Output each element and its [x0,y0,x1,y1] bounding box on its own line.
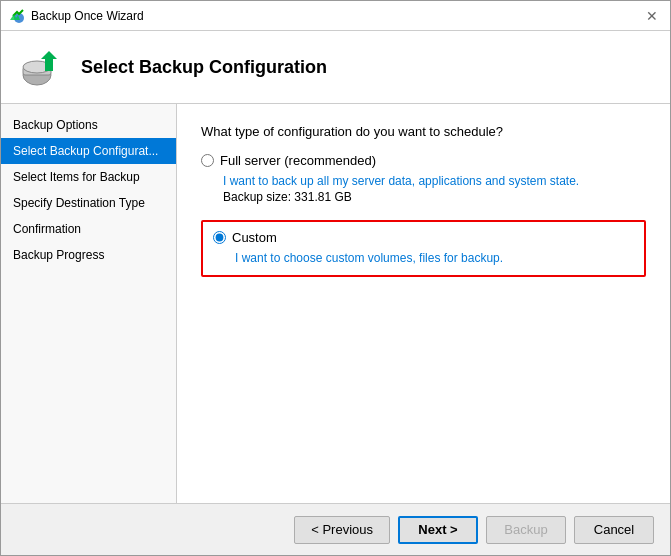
backup-button[interactable]: Backup [486,516,566,544]
window-title: Backup Once Wizard [31,9,144,23]
full-server-radio[interactable] [201,154,214,167]
sidebar-item-backup-options[interactable]: Backup Options [1,112,176,138]
sidebar: Backup Options Select Backup Configurat.… [1,104,177,503]
backup-icon [17,43,65,91]
custom-label: Custom [232,230,277,245]
full-server-size: Backup size: 331.81 GB [223,190,646,204]
previous-button[interactable]: < Previous [294,516,390,544]
next-button[interactable]: Next > [398,516,478,544]
main-question: What type of configuration do you want t… [201,124,646,139]
window: Backup Once Wizard ✕ Select Backup Confi… [0,0,671,556]
custom-radio-row[interactable]: Custom [213,230,634,245]
custom-radio[interactable] [213,231,226,244]
sidebar-item-select-backup-config[interactable]: Select Backup Configurat... [1,138,176,164]
full-server-label: Full server (recommended) [220,153,376,168]
custom-option-box: Custom I want to choose custom volumes, … [201,220,646,277]
header-title: Select Backup Configuration [81,57,327,78]
sidebar-item-backup-progress[interactable]: Backup Progress [1,242,176,268]
full-server-option: Full server (recommended) I want to back… [201,153,646,204]
header-icon [17,43,65,91]
custom-desc: I want to choose custom volumes, files f… [235,249,634,267]
full-server-desc: I want to back up all my server data, ap… [223,172,646,190]
title-bar-left: Backup Once Wizard [9,8,144,24]
close-button[interactable]: ✕ [642,6,662,26]
window-icon [9,8,25,24]
content-area: Backup Options Select Backup Configurat.… [1,104,670,503]
full-server-radio-row[interactable]: Full server (recommended) [201,153,646,168]
sidebar-item-select-items[interactable]: Select Items for Backup [1,164,176,190]
sidebar-item-specify-destination[interactable]: Specify Destination Type [1,190,176,216]
title-bar: Backup Once Wizard ✕ [1,1,670,31]
footer: < Previous Next > Backup Cancel [1,503,670,555]
main-content: What type of configuration do you want t… [177,104,670,503]
header: Select Backup Configuration [1,31,670,104]
cancel-button[interactable]: Cancel [574,516,654,544]
sidebar-item-confirmation[interactable]: Confirmation [1,216,176,242]
